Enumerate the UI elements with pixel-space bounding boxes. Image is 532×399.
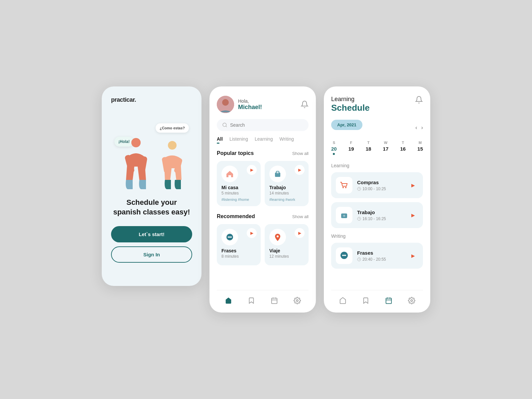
play-button-trabajo[interactable]: ▶ <box>295 165 305 175</box>
bell-icon-schedule[interactable] <box>415 96 423 104</box>
tab-writing[interactable]: Writing <box>279 136 294 144</box>
trabajo-play-button[interactable]: ▶ <box>408 210 418 220</box>
recommended-title: Recommended <box>217 213 255 219</box>
svg-point-14 <box>229 236 230 238</box>
tab-listening[interactable]: Listening <box>229 136 248 144</box>
popular-title: Popular topics <box>217 150 254 156</box>
search-input[interactable] <box>230 122 303 128</box>
schedule-header: Learning Schedule <box>331 96 423 113</box>
compras-info: Compras 10:00 - 10:25 <box>357 180 408 191</box>
recommended-topics-grid: ▶ Frases 8 minutes ▶ Viaje 12 minutes <box>217 224 309 265</box>
svg-point-7 <box>222 99 229 106</box>
calendar-days: S 20 F 19 T 18 W 17 T 16 M 15 <box>331 141 423 155</box>
month-pill[interactable]: Apr, 2021 <box>331 120 362 130</box>
svg-point-8 <box>223 123 226 127</box>
svg-rect-11 <box>277 172 279 174</box>
play-button-viaje[interactable]: ▶ <box>295 228 305 238</box>
play-button-frases[interactable]: ▶ <box>247 228 257 238</box>
tab-all[interactable]: All <box>217 136 223 144</box>
title-block: Learning Schedule <box>331 96 370 113</box>
topic-tags-trabajo: #learning #work <box>269 198 304 201</box>
s3-nav-settings[interactable] <box>405 296 418 307</box>
s3-nav-calendar[interactable] <box>382 296 395 307</box>
screen3-schedule: Learning Schedule Apr, 2021 ‹ › S 20 F <box>324 86 430 313</box>
bell-icon[interactable] <box>301 100 309 108</box>
bubble-como: ¿Como estas? <box>156 123 189 133</box>
compras-play-button[interactable]: ▶ <box>408 180 418 191</box>
screens-container: practicar. ¡Hola! ¿Como estas? <box>102 86 430 313</box>
tab-learning[interactable]: Learning <box>255 136 273 144</box>
topic-name-micasa: Mi casa <box>221 185 256 190</box>
nav-calendar[interactable] <box>268 296 281 307</box>
recommended-section-header: Recommended Show all <box>217 213 309 219</box>
screen2-home: Hola, Michael! All Listening Learning Wr… <box>209 86 316 313</box>
cal-day-18[interactable]: T 18 <box>366 141 371 155</box>
popular-showall[interactable]: Show all <box>292 151 309 156</box>
nav-settings[interactable] <box>291 296 304 307</box>
cal-day-20[interactable]: S 20 <box>331 141 337 155</box>
trabajo-time: 16:10 - 16:25 <box>357 216 408 221</box>
topic-duration-micasa: 5 minutes <box>221 191 256 196</box>
topic-icon-house <box>221 166 238 182</box>
svg-point-15 <box>230 236 232 238</box>
topic-card-micasa[interactable]: ▶ Mi casa 5 minutes #listening #home <box>217 161 261 206</box>
compras-time: 10:00 - 10:25 <box>357 187 408 191</box>
schedule-card-compras[interactable]: Compras 10:00 - 10:25 ▶ <box>331 172 423 198</box>
greeting: Hola, Michael! <box>238 98 301 111</box>
frases-icon <box>336 247 352 264</box>
svg-rect-33 <box>386 298 391 304</box>
svg-point-3 <box>168 141 177 150</box>
topic-icon-chat <box>221 229 238 245</box>
schedule-card-trabajo[interactable]: Trabajo 16:10 - 16:25 ▶ <box>331 202 423 228</box>
app-logo: practicar. <box>111 96 136 103</box>
cal-day-19[interactable]: F 19 <box>348 141 354 155</box>
topic-card-frases[interactable]: ▶ Frases 8 minutes <box>217 224 261 265</box>
svg-point-31 <box>345 255 346 256</box>
topic-card-viaje[interactable]: ▶ Viaje 12 minutes <box>265 224 309 265</box>
start-button[interactable]: Let`s start! <box>111 226 192 242</box>
svg-point-26 <box>343 215 345 217</box>
cal-day-15[interactable]: M 15 <box>417 141 423 155</box>
play-button-micasa[interactable]: ▶ <box>247 165 257 175</box>
search-icon <box>222 122 227 128</box>
svg-rect-17 <box>271 298 277 304</box>
topic-duration-trabajo: 14 minutes <box>269 191 304 196</box>
greeting-hi: Hola, <box>238 98 301 104</box>
svg-point-0 <box>131 138 141 147</box>
svg-point-29 <box>342 255 343 256</box>
cal-day-17[interactable]: W 17 <box>383 141 389 155</box>
screen1-welcome: practicar. ¡Hola! ¿Como estas? <box>102 86 201 286</box>
svg-point-21 <box>296 300 298 302</box>
signin-button[interactable]: Sign In <box>111 246 192 263</box>
topic-name-frases: Frases <box>221 248 256 253</box>
bottom-nav-home <box>217 290 309 313</box>
s3-nav-bookmark[interactable] <box>359 296 372 307</box>
popular-topics-grid: ▶ Mi casa 5 minutes #listening #home ▶ T… <box>217 161 309 206</box>
prev-month-button[interactable]: ‹ <box>415 125 417 131</box>
svg-point-22 <box>342 187 344 188</box>
bottom-nav-schedule <box>331 290 423 313</box>
learning-section-label: Learning <box>331 163 423 168</box>
topic-tags-micasa: #listening #home <box>221 198 256 201</box>
greeting-name: Michael! <box>238 104 301 111</box>
next-month-button[interactable]: › <box>421 125 423 131</box>
cal-day-16[interactable]: T 16 <box>400 141 406 155</box>
compras-name: Compras <box>357 180 408 185</box>
nav-home[interactable] <box>222 296 235 307</box>
svg-point-23 <box>345 187 346 188</box>
frases-play-button[interactable]: ▶ <box>408 250 418 261</box>
s3-nav-home[interactable] <box>336 296 349 307</box>
svg-line-9 <box>226 126 227 127</box>
filter-tabs: All Listening Learning Writing <box>217 136 309 144</box>
search-bar[interactable] <box>217 119 309 131</box>
tagline: Schedule yourspanish classes easy! <box>113 198 190 217</box>
topic-icon-pin <box>269 229 286 245</box>
svg-point-16 <box>277 235 279 237</box>
recommended-showall[interactable]: Show all <box>292 214 309 219</box>
title-top: Learning <box>331 96 370 103</box>
topic-card-trabajo[interactable]: ▶ Trabajo 14 minutes #learning #work <box>265 161 309 206</box>
illustration: ¡Hola! ¿Como estas? <box>111 110 192 190</box>
schedule-card-frases[interactable]: Frases 20:40 - 20:55 ▶ <box>331 243 423 269</box>
svg-point-30 <box>343 255 345 256</box>
nav-bookmark[interactable] <box>245 296 258 307</box>
